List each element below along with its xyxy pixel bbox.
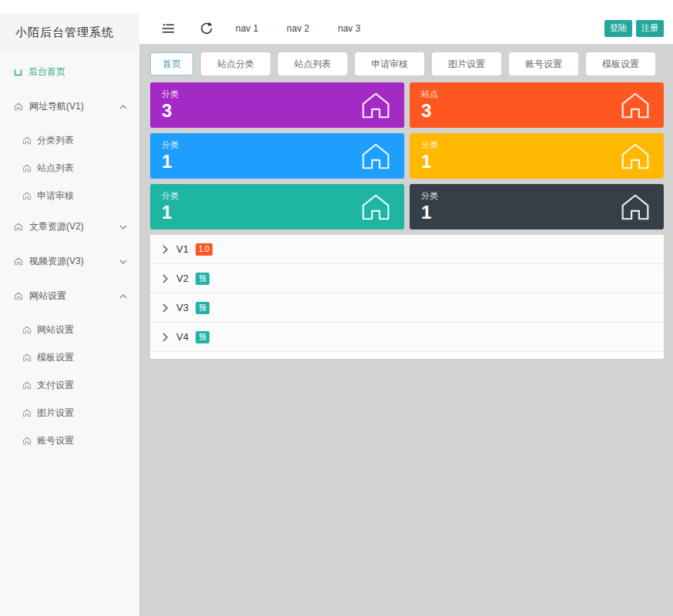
sidebar-item-label: 文章资源(V2) [29,220,84,233]
sidebar: 小陌后台管理系统 后台首页 网址导航(V1) [0,13,139,616]
sidebar-item-label: 网站设置 [29,290,66,303]
sidebar-sublist-settings: 网站设置 模板设置 支付设置 [0,313,139,454]
version-row-v2[interactable]: V2 预 [150,264,664,293]
home-icon [14,257,23,266]
sidebar-item-site-list[interactable]: 站点列表 [0,154,139,182]
tab-site-list[interactable]: 站点列表 [278,52,347,75]
main-area: nav 1 nav 2 nav 3 登陆 注册 首页 站点分类 站点列表 申请审… [139,13,673,616]
stat-card-site-orange[interactable]: 站点 3 [410,82,664,128]
tab-site-category[interactable]: 站点分类 [201,52,270,75]
home-icon [619,91,651,119]
collapse-sidebar-icon[interactable] [160,21,176,36]
version-label: V2 [176,273,189,284]
card-value: 1 [162,202,393,223]
stat-card-category-purple[interactable]: 分类 3 [150,82,404,128]
stat-card-category-blue[interactable]: 分类 1 [150,133,404,179]
home-icon [22,326,32,334]
version-label: V1 [176,243,189,255]
stat-card-category-yellow[interactable]: 分类 1 [410,133,664,179]
sidebar-item-home[interactable]: 后台首页 [0,55,139,89]
sidebar-item-label: 账号设置 [37,434,74,447]
card-label: 分类 [421,190,652,202]
chevron-up-icon [119,105,127,109]
sidebar-item-article-v2[interactable]: 文章资源(V2) [0,209,139,244]
sidebar-item-payment-settings[interactable]: 支付设置 [0,371,139,399]
version-row-v1[interactable]: V1 1.0 [150,235,664,264]
sidebar-item-label: 视频资源(V3) [29,255,84,268]
sidebar-item-label: 支付设置 [37,379,74,392]
app-title: 小陌后台管理系统 [0,13,139,52]
sidebar-item-label: 图片设置 [37,407,74,420]
topbar-nav-3[interactable]: nav 3 [338,23,360,34]
version-panel: V1 1.0 V2 预 V3 预 [150,235,664,359]
home-icon [360,91,392,119]
chevron-right-icon [162,274,168,283]
topbar-nav-1[interactable]: nav 1 [236,23,258,34]
version-row-v4[interactable]: V4 预 [150,323,664,352]
card-label: 分类 [162,139,393,151]
version-label: V4 [176,331,189,343]
app-window: 小陌后台管理系统 后台首页 网址导航(V1) [0,13,673,616]
card-value: 1 [162,151,393,172]
stat-cards: 分类 3 站点 3 分类 1 [150,82,664,229]
sidebar-item-image-settings[interactable]: 图片设置 [0,399,139,427]
sidebar-item-website-settings[interactable]: 网站设置 [0,316,139,343]
sidebar-item-template-settings[interactable]: 模板设置 [0,343,139,371]
card-label: 站点 [421,89,652,100]
version-badge: 1.0 [196,243,213,256]
sidebar-sublist-site-nav: 分类列表 站点列表 申请审核 [0,124,139,209]
tab-image-settings[interactable]: 图片设置 [432,52,501,75]
stat-card-category-dark[interactable]: 分类 1 [410,184,664,229]
tab-home[interactable]: 首页 [150,52,193,75]
sidebar-item-site-settings[interactable]: 网站设置 [0,279,139,313]
home-icon [22,437,32,445]
sidebar-item-label: 模板设置 [37,351,74,364]
sidebar-item-account-settings[interactable]: 账号设置 [0,427,139,454]
tab-account-settings[interactable]: 账号设置 [509,52,578,75]
home-icon [360,142,392,170]
version-row-v3[interactable]: V3 预 [150,293,664,323]
home-icon [22,164,32,172]
refresh-icon[interactable] [198,21,213,36]
card-value: 3 [421,100,652,122]
card-label: 分类 [162,190,393,202]
home-icon [22,353,32,362]
sidebar-item-video-v3[interactable]: 视频资源(V3) [0,244,139,279]
sidebar-item-label: 站点列表 [37,162,74,175]
stat-card-category-teal[interactable]: 分类 1 [150,184,404,229]
home-icon [22,192,32,200]
version-badge: 预 [196,273,209,285]
home-icon [14,102,23,111]
card-value: 1 [421,202,652,223]
sidebar-item-label: 网站设置 [37,323,74,336]
sidebar-item-category-list[interactable]: 分类列表 [0,126,139,154]
chevron-down-icon [119,225,127,229]
sidebar-item-label: 网址导航(V1) [29,100,84,113]
sidebar-item-apply-review[interactable]: 申请审核 [0,182,139,209]
sidebar-item-label: 后台首页 [28,65,65,79]
register-button[interactable]: 注册 [636,20,664,36]
version-badge: 预 [196,331,209,343]
sidebar-item-label: 申请审核 [37,189,74,203]
sidebar-item-site-nav-v1[interactable]: 网址导航(V1) [0,89,139,124]
tab-template-settings[interactable]: 模板设置 [586,52,655,75]
home-icon [22,136,32,145]
tab-bar: 首页 站点分类 站点列表 申请审核 图片设置 账号设置 模板设置 [150,52,664,75]
home-icon [14,292,23,300]
card-value: 3 [162,100,393,122]
login-button[interactable]: 登陆 [604,20,632,36]
topbar: nav 1 nav 2 nav 3 登陆 注册 [139,13,673,44]
home-icon [360,192,392,221]
version-label: V3 [176,302,189,313]
home-icon [619,192,651,221]
chevron-down-icon [119,259,127,264]
home-icon [22,381,32,390]
auth-buttons: 登陆 注册 [604,20,664,36]
top-strip [0,0,673,13]
tab-apply-review[interactable]: 申请审核 [355,52,424,75]
topbar-nav-2[interactable]: nav 2 [286,23,309,34]
sidebar-nav: 后台首页 网址导航(V1) 分类列表 [0,52,139,454]
chevron-right-icon [162,303,168,313]
dock-icon [14,69,22,76]
home-icon [22,409,32,417]
